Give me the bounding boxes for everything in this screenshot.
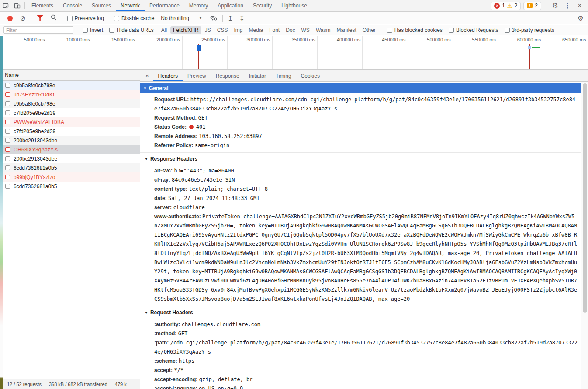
request-header-items: :authority: challenges.cloudflare.com:me… (140, 318, 581, 389)
row-checkbox[interactable] (5, 156, 10, 161)
header-line: Status Code: 401 (145, 123, 578, 132)
filter-3rd-party-requests-checkbox[interactable]: 3rd-party requests (505, 27, 554, 33)
table-row[interactable]: PWWyeW5tZAEIDBA (3, 117, 140, 127)
name-column-header[interactable]: Name (3, 70, 140, 81)
timeline-gridline (92, 36, 92, 69)
details-tab-response[interactable]: Response (211, 70, 244, 81)
hide-data-urls-checkbox[interactable]: Hide data URLs (109, 27, 154, 33)
close-devtools-icon[interactable]: × (575, 1, 585, 10)
tab-security[interactable]: Security (248, 0, 277, 11)
filter-checkbox-label: 3rd-party requests (512, 27, 554, 33)
details-tab-preview[interactable]: Preview (183, 70, 211, 81)
filter-funnel-icon[interactable] (37, 15, 43, 21)
filter-chip-img[interactable]: Img (231, 26, 245, 34)
filter-chip-all[interactable]: All (159, 26, 169, 34)
row-checkbox[interactable] (5, 120, 10, 124)
filter-blocked-requests-checkbox[interactable]: Blocked Requests (449, 27, 498, 33)
details-tab-cookies[interactable]: Cookies (296, 70, 325, 81)
table-row[interactable]: c7fd205e9be2d39 (3, 108, 140, 117)
details-tab-headers[interactable]: Headers (153, 70, 183, 81)
inspect-element-icon (3, 3, 9, 9)
header-value: Sat, 27 Jan 2024 11:48:33 GMT (168, 195, 260, 201)
filter-chip-other[interactable]: Other (360, 26, 378, 34)
issues-badge[interactable]: ! 2 (523, 2, 541, 10)
tab-application[interactable]: Application (213, 0, 248, 11)
device-toolbar-icon[interactable] (11, 0, 23, 11)
disable-cache-checkbox[interactable]: Disable cache (114, 15, 154, 21)
inspect-element-icon[interactable] (0, 0, 11, 11)
export-har-icon[interactable]: ↧ (239, 14, 245, 22)
network-settings-gear-icon[interactable]: ⚙ (576, 14, 585, 23)
import-har-icon[interactable]: ↥ (228, 14, 233, 22)
filter-chip-doc[interactable]: Doc (283, 26, 297, 34)
more-options-kebab-icon[interactable]: ⋮ (563, 1, 572, 10)
table-row[interactable]: 200be2913043dee (3, 136, 140, 145)
request-headers-section-header[interactable]: ▼ Request Headers (140, 306, 581, 318)
tab-performance[interactable]: Performance (145, 0, 184, 11)
warning-icon: ⚠ (507, 3, 512, 9)
row-checkbox[interactable] (5, 138, 10, 143)
table-row[interactable]: 200be2913043dee (3, 154, 140, 163)
table-row[interactable]: c7fd205e9be2d39 (3, 127, 140, 136)
filter-has-blocked-cookies-checkbox[interactable]: Has blocked cookies (387, 27, 443, 33)
general-section-header[interactable]: ▼ General (140, 83, 581, 93)
tab-lighthouse[interactable]: Lighthouse (277, 0, 312, 11)
table-row[interactable]: OH63iXY3qAazY-s (3, 145, 140, 154)
tab-network[interactable]: Network (116, 0, 145, 11)
search-icon[interactable] (51, 14, 57, 22)
row-checkbox[interactable] (5, 129, 10, 134)
status-error-dot-icon (189, 125, 194, 129)
errors-warnings-badge[interactable]: × 1 ⚠ 2 (491, 2, 521, 10)
response-headers-section-header[interactable]: ▼ Response Headers (140, 152, 581, 164)
throttling-dropdown[interactable]: No throttling ▼ (161, 15, 202, 21)
filter-chip-wasm[interactable]: Wasm (313, 26, 333, 34)
table-row[interactable]: 6cdd7362681a0b5 (3, 182, 140, 191)
row-checkbox[interactable] (5, 147, 10, 152)
timeline-selected-request-marker (197, 45, 201, 51)
row-checkbox[interactable] (5, 83, 10, 88)
close-details-icon[interactable]: × (140, 72, 153, 79)
row-checkbox[interactable] (5, 184, 10, 189)
table-row[interactable]: o99bjQy1BYszIzo (3, 172, 140, 182)
devtools-window: ElementsConsoleSourcesNetworkPerformance… (0, 0, 588, 389)
settings-gear-icon[interactable]: ⚙ (550, 1, 560, 10)
table-row[interactable]: uh7sFYzfc6fDdKt (3, 90, 140, 99)
header-line: accept: */* (145, 366, 578, 375)
record-network-log-button[interactable] (7, 16, 13, 21)
table-row[interactable]: c9b5a8fe0cb798e (3, 99, 140, 108)
filter-chip-js[interactable]: JS (202, 26, 214, 34)
network-overview-timeline[interactable]: 50000 ms100000 ms150000 ms200000 ms25000… (0, 36, 588, 70)
row-checkbox[interactable] (5, 165, 10, 170)
details-tab-initiator[interactable]: Initiator (244, 70, 271, 81)
tab-console[interactable]: Console (58, 0, 87, 11)
details-scrollbar[interactable] (581, 82, 588, 389)
row-checkbox[interactable] (5, 175, 10, 179)
divider (381, 27, 381, 34)
filter-checkbox-label: Has blocked cookies (394, 27, 443, 33)
row-checkbox[interactable] (5, 110, 10, 115)
header-line: Remote Address: 103.160.58.252:63897 (145, 132, 578, 141)
filter-chip-fetch-xhr[interactable]: Fetch/XHR (170, 26, 201, 34)
invert-checkbox[interactable]: Invert (83, 27, 103, 33)
filter-chip-media[interactable]: Media (246, 26, 266, 34)
table-row[interactable]: c9b5a8fe0cb798e (3, 81, 140, 90)
request-name: uh7sFYzfc6fDdKt (14, 92, 54, 98)
tab-sources[interactable]: Sources (87, 0, 116, 11)
clear-network-log-icon[interactable]: ⊘ (20, 14, 26, 22)
header-value: GET (178, 330, 188, 337)
throttling-value: No throttling (161, 15, 189, 21)
table-row[interactable]: 6cdd7362681a0b5 (3, 163, 140, 172)
tab-elements[interactable]: Elements (27, 0, 58, 11)
row-checkbox[interactable] (5, 101, 10, 106)
filter-chip-manifest[interactable]: Manifest (334, 26, 359, 34)
preserve-log-checkbox[interactable]: Preserve log (67, 15, 104, 21)
details-tab-timing[interactable]: Timing (271, 70, 296, 81)
tab-memory[interactable]: Memory (184, 0, 213, 11)
scrollbar-thumb[interactable] (583, 83, 587, 313)
network-conditions-icon[interactable] (209, 14, 217, 22)
filter-input[interactable] (3, 26, 73, 34)
filter-chip-font[interactable]: Font (266, 26, 282, 34)
filter-chip-ws[interactable]: WS (299, 26, 312, 34)
filter-chip-css[interactable]: CSS (214, 26, 231, 34)
row-checkbox[interactable] (5, 92, 10, 97)
